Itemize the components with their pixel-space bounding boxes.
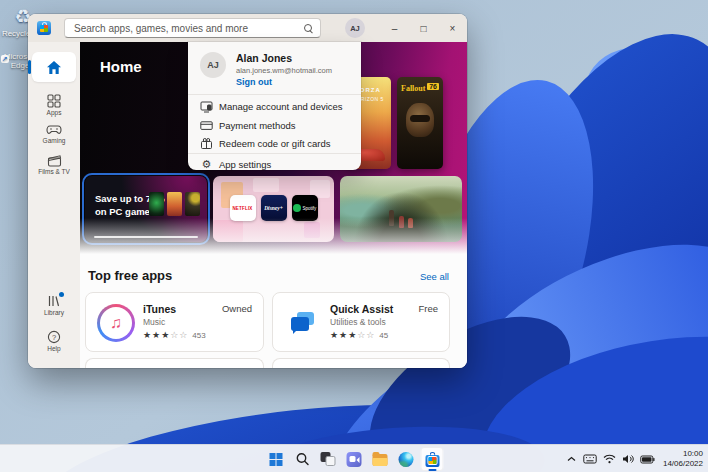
stars-filled: ★★★ (143, 330, 170, 340)
spotify-logo: Spotify (292, 195, 318, 221)
sidebar-item-label: Films & TV (38, 168, 70, 175)
clock-time: 10:00 (663, 449, 703, 459)
gift-card-icon (200, 137, 213, 150)
stars-filled: ★★★ (330, 330, 357, 340)
sidebar-item-apps[interactable]: Apps (28, 94, 80, 116)
app-name: iTunes (143, 303, 176, 315)
sidebar-item-label: Apps (47, 109, 62, 116)
search-icon (304, 24, 313, 33)
game-cover-thumbnails (149, 192, 200, 216)
teams-chat-icon (347, 452, 362, 467)
page-title: Home (100, 58, 142, 75)
avatar: AJ (200, 52, 226, 78)
folder-icon (373, 453, 388, 466)
chat-button[interactable] (343, 447, 366, 471)
menu-item-app-settings[interactable]: ⚙ App settings (188, 155, 361, 174)
app-price: Owned (222, 303, 252, 314)
taskbar-clock[interactable]: 10:00 14/06/2022 (661, 449, 703, 469)
menu-item-payment-methods[interactable]: Payment methods (188, 116, 361, 135)
search-input[interactable] (65, 19, 320, 37)
manage-account-icon (200, 100, 213, 113)
menu-item-manage-account[interactable]: Manage account and devices (188, 97, 361, 116)
app-name: Quick Assist (330, 303, 393, 315)
sidebar-item-label: Library (44, 309, 64, 316)
section-title: Top free apps (88, 268, 172, 283)
volume-icon[interactable] (622, 454, 634, 464)
file-explorer-button[interactable] (369, 447, 392, 471)
stars-empty: ☆☆ (357, 330, 375, 340)
promo-card-pc-game-sale[interactable]: Save up to 75% on PC games (85, 176, 207, 242)
sidebar-item-help[interactable]: ? Help (28, 330, 80, 352)
character-figure (408, 218, 413, 228)
window-controls: – □ × (380, 14, 467, 42)
app-card-quick-assist[interactable]: Quick Assist Free Utilities & tools ★★★☆… (272, 292, 450, 352)
app-category: Music (143, 317, 165, 327)
search-box[interactable] (64, 18, 321, 38)
streaming-logo-tiles: NETFLIX Disney+ Spotify (213, 195, 334, 221)
itunes-icon: ♫ (97, 304, 135, 342)
poster-title: Fallout (401, 84, 425, 93)
menu-divider (188, 153, 361, 154)
music-note-icon: ♫ (100, 307, 132, 339)
microsoft-store-button[interactable] (421, 447, 444, 471)
apps-grid-icon (47, 94, 61, 108)
battery-icon[interactable] (640, 455, 655, 464)
promo-card-adventure-game[interactable] (340, 176, 462, 242)
menu-item-label: Payment methods (219, 120, 296, 131)
spotify-mark (293, 204, 301, 212)
account-email: alan.jones.wm@hotmail.com (236, 66, 332, 75)
sidebar-item-label: Gaming (43, 137, 66, 144)
running-app-indicator (428, 469, 436, 471)
titlebar[interactable]: AJ – □ × (28, 14, 467, 42)
hero-poster-fallout-76[interactable]: Fallout 76 (397, 77, 443, 169)
menu-item-redeem-code[interactable]: Redeem code or gift cards (188, 134, 361, 153)
gaming-controller-icon (46, 124, 62, 136)
home-icon (46, 60, 62, 75)
edge-button[interactable] (395, 447, 418, 471)
maximize-button[interactable]: □ (409, 14, 438, 42)
poster-number: 76 (427, 83, 439, 90)
sidebar-item-films-tv[interactable]: Films & TV (28, 154, 80, 175)
store-bag-icon (425, 455, 439, 467)
account-avatar-button[interactable]: AJ (345, 18, 365, 38)
library-notification-badge (59, 292, 64, 297)
sidebar-item-library[interactable]: Library (28, 294, 80, 316)
app-card-itunes[interactable]: ♫ iTunes Owned Music ★★★☆☆453 (85, 292, 264, 352)
quick-assist-icon (284, 304, 322, 342)
app-category: Utilities & tools (330, 317, 386, 327)
character-figure (399, 216, 404, 228)
films-tv-icon (47, 154, 62, 167)
sidebar-item-home[interactable] (32, 52, 76, 82)
clock-date: 14/06/2022 (663, 459, 703, 469)
wifi-icon[interactable] (603, 454, 616, 464)
desktop: ♻ Recycle Bin ↗ Microsoft Edge AJ – □ × (0, 0, 708, 472)
taskbar-search-button[interactable] (291, 447, 314, 471)
close-button[interactable]: × (438, 14, 467, 42)
netflix-logo: NETFLIX (230, 195, 256, 221)
partial-next-row-card (272, 358, 450, 368)
menu-item-label: Redeem code or gift cards (219, 138, 330, 149)
start-button[interactable] (265, 447, 288, 471)
windows-logo-icon (270, 453, 283, 466)
see-all-link[interactable]: See all (420, 271, 449, 282)
app-rating: ★★★☆☆45 (330, 330, 388, 340)
sidebar-item-gaming[interactable]: Gaming (28, 124, 80, 144)
app-price: Free (418, 303, 438, 314)
carousel-progress-indicator (94, 236, 198, 238)
hidden-icons-chevron[interactable] (566, 455, 577, 463)
rating-count: 453 (192, 331, 205, 340)
store-app-icon (37, 21, 51, 35)
active-indicator (28, 60, 31, 74)
svg-text:?: ? (52, 333, 56, 342)
promo-card-streaming-services[interactable]: NETFLIX Disney+ Spotify (213, 176, 334, 242)
character-figure (389, 210, 394, 226)
help-icon: ? (47, 330, 61, 344)
task-view-button[interactable] (317, 447, 340, 471)
sidebar: Apps Gaming Films & TV (28, 42, 80, 368)
touch-keyboard-icon[interactable] (583, 454, 597, 464)
sign-out-link[interactable]: Sign out (236, 77, 272, 87)
minimize-button[interactable]: – (380, 14, 409, 42)
menu-divider (188, 94, 361, 95)
menu-item-label: Manage account and devices (219, 101, 343, 112)
taskbar: 10:00 14/06/2022 (0, 444, 708, 472)
